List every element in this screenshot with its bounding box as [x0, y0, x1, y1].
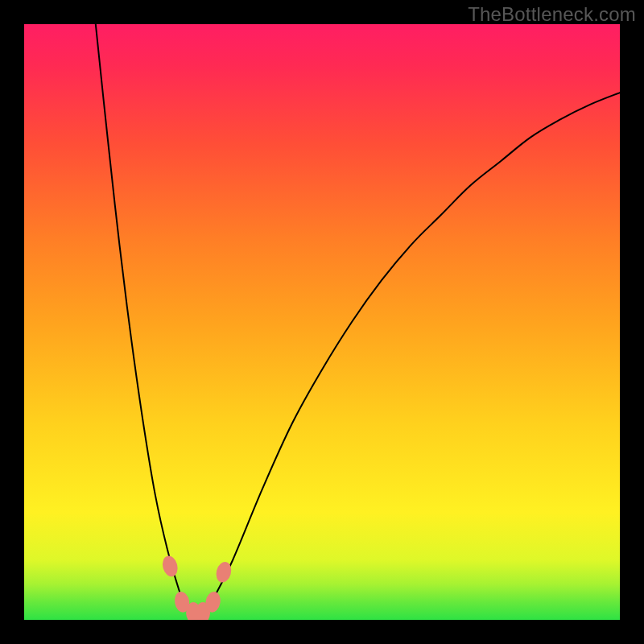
plot-background	[24, 24, 620, 620]
chart-frame: TheBottleneck.com	[0, 0, 644, 644]
watermark-text: TheBottleneck.com	[468, 3, 636, 26]
bottleneck-chart	[24, 24, 620, 620]
